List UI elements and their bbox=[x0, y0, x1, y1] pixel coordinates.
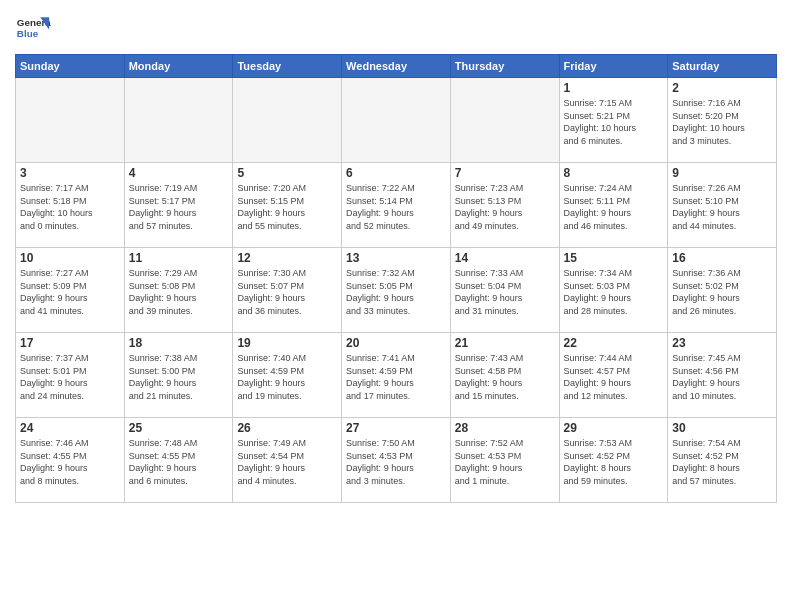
day-number: 21 bbox=[455, 336, 555, 350]
calendar-cell: 3Sunrise: 7:17 AM Sunset: 5:18 PM Daylig… bbox=[16, 163, 125, 248]
calendar-cell: 14Sunrise: 7:33 AM Sunset: 5:04 PM Dayli… bbox=[450, 248, 559, 333]
calendar-cell: 24Sunrise: 7:46 AM Sunset: 4:55 PM Dayli… bbox=[16, 418, 125, 503]
day-number: 8 bbox=[564, 166, 664, 180]
day-number: 24 bbox=[20, 421, 120, 435]
weekday-header: Monday bbox=[124, 55, 233, 78]
calendar-body: 1Sunrise: 7:15 AM Sunset: 5:21 PM Daylig… bbox=[16, 78, 777, 503]
day-info: Sunrise: 7:53 AM Sunset: 4:52 PM Dayligh… bbox=[564, 437, 664, 487]
day-number: 16 bbox=[672, 251, 772, 265]
calendar-cell: 17Sunrise: 7:37 AM Sunset: 5:01 PM Dayli… bbox=[16, 333, 125, 418]
calendar-header: SundayMondayTuesdayWednesdayThursdayFrid… bbox=[16, 55, 777, 78]
day-number: 5 bbox=[237, 166, 337, 180]
day-info: Sunrise: 7:38 AM Sunset: 5:00 PM Dayligh… bbox=[129, 352, 229, 402]
day-number: 9 bbox=[672, 166, 772, 180]
day-info: Sunrise: 7:48 AM Sunset: 4:55 PM Dayligh… bbox=[129, 437, 229, 487]
day-number: 25 bbox=[129, 421, 229, 435]
calendar-table: SundayMondayTuesdayWednesdayThursdayFrid… bbox=[15, 54, 777, 503]
calendar-cell: 10Sunrise: 7:27 AM Sunset: 5:09 PM Dayli… bbox=[16, 248, 125, 333]
day-number: 26 bbox=[237, 421, 337, 435]
day-info: Sunrise: 7:44 AM Sunset: 4:57 PM Dayligh… bbox=[564, 352, 664, 402]
calendar-cell bbox=[124, 78, 233, 163]
day-info: Sunrise: 7:19 AM Sunset: 5:17 PM Dayligh… bbox=[129, 182, 229, 232]
day-info: Sunrise: 7:41 AM Sunset: 4:59 PM Dayligh… bbox=[346, 352, 446, 402]
calendar-cell: 15Sunrise: 7:34 AM Sunset: 5:03 PM Dayli… bbox=[559, 248, 668, 333]
day-info: Sunrise: 7:36 AM Sunset: 5:02 PM Dayligh… bbox=[672, 267, 772, 317]
calendar-week-row: 17Sunrise: 7:37 AM Sunset: 5:01 PM Dayli… bbox=[16, 333, 777, 418]
calendar-cell bbox=[450, 78, 559, 163]
day-info: Sunrise: 7:33 AM Sunset: 5:04 PM Dayligh… bbox=[455, 267, 555, 317]
header: General Blue bbox=[15, 10, 777, 46]
calendar-cell: 27Sunrise: 7:50 AM Sunset: 4:53 PM Dayli… bbox=[342, 418, 451, 503]
day-info: Sunrise: 7:49 AM Sunset: 4:54 PM Dayligh… bbox=[237, 437, 337, 487]
day-number: 11 bbox=[129, 251, 229, 265]
day-info: Sunrise: 7:29 AM Sunset: 5:08 PM Dayligh… bbox=[129, 267, 229, 317]
weekday-header: Thursday bbox=[450, 55, 559, 78]
calendar-week-row: 3Sunrise: 7:17 AM Sunset: 5:18 PM Daylig… bbox=[16, 163, 777, 248]
day-info: Sunrise: 7:26 AM Sunset: 5:10 PM Dayligh… bbox=[672, 182, 772, 232]
day-info: Sunrise: 7:30 AM Sunset: 5:07 PM Dayligh… bbox=[237, 267, 337, 317]
day-number: 13 bbox=[346, 251, 446, 265]
day-number: 14 bbox=[455, 251, 555, 265]
calendar-cell: 28Sunrise: 7:52 AM Sunset: 4:53 PM Dayli… bbox=[450, 418, 559, 503]
calendar-cell: 19Sunrise: 7:40 AM Sunset: 4:59 PM Dayli… bbox=[233, 333, 342, 418]
day-number: 22 bbox=[564, 336, 664, 350]
day-info: Sunrise: 7:50 AM Sunset: 4:53 PM Dayligh… bbox=[346, 437, 446, 487]
day-number: 20 bbox=[346, 336, 446, 350]
calendar-cell: 11Sunrise: 7:29 AM Sunset: 5:08 PM Dayli… bbox=[124, 248, 233, 333]
weekday-header: Wednesday bbox=[342, 55, 451, 78]
day-number: 27 bbox=[346, 421, 446, 435]
day-info: Sunrise: 7:34 AM Sunset: 5:03 PM Dayligh… bbox=[564, 267, 664, 317]
weekday-header-row: SundayMondayTuesdayWednesdayThursdayFrid… bbox=[16, 55, 777, 78]
calendar-cell: 18Sunrise: 7:38 AM Sunset: 5:00 PM Dayli… bbox=[124, 333, 233, 418]
calendar-week-row: 24Sunrise: 7:46 AM Sunset: 4:55 PM Dayli… bbox=[16, 418, 777, 503]
day-number: 29 bbox=[564, 421, 664, 435]
day-number: 2 bbox=[672, 81, 772, 95]
day-info: Sunrise: 7:52 AM Sunset: 4:53 PM Dayligh… bbox=[455, 437, 555, 487]
calendar-cell: 16Sunrise: 7:36 AM Sunset: 5:02 PM Dayli… bbox=[668, 248, 777, 333]
day-info: Sunrise: 7:46 AM Sunset: 4:55 PM Dayligh… bbox=[20, 437, 120, 487]
calendar-cell: 2Sunrise: 7:16 AM Sunset: 5:20 PM Daylig… bbox=[668, 78, 777, 163]
calendar-cell bbox=[233, 78, 342, 163]
calendar-cell: 30Sunrise: 7:54 AM Sunset: 4:52 PM Dayli… bbox=[668, 418, 777, 503]
calendar-cell: 29Sunrise: 7:53 AM Sunset: 4:52 PM Dayli… bbox=[559, 418, 668, 503]
day-info: Sunrise: 7:15 AM Sunset: 5:21 PM Dayligh… bbox=[564, 97, 664, 147]
svg-text:Blue: Blue bbox=[17, 28, 39, 39]
calendar-cell: 26Sunrise: 7:49 AM Sunset: 4:54 PM Dayli… bbox=[233, 418, 342, 503]
day-info: Sunrise: 7:27 AM Sunset: 5:09 PM Dayligh… bbox=[20, 267, 120, 317]
day-info: Sunrise: 7:24 AM Sunset: 5:11 PM Dayligh… bbox=[564, 182, 664, 232]
calendar-cell: 4Sunrise: 7:19 AM Sunset: 5:17 PM Daylig… bbox=[124, 163, 233, 248]
day-number: 1 bbox=[564, 81, 664, 95]
calendar-cell: 23Sunrise: 7:45 AM Sunset: 4:56 PM Dayli… bbox=[668, 333, 777, 418]
day-number: 30 bbox=[672, 421, 772, 435]
calendar-week-row: 10Sunrise: 7:27 AM Sunset: 5:09 PM Dayli… bbox=[16, 248, 777, 333]
calendar-cell: 8Sunrise: 7:24 AM Sunset: 5:11 PM Daylig… bbox=[559, 163, 668, 248]
calendar-cell: 12Sunrise: 7:30 AM Sunset: 5:07 PM Dayli… bbox=[233, 248, 342, 333]
day-number: 15 bbox=[564, 251, 664, 265]
logo: General Blue bbox=[15, 10, 51, 46]
day-number: 10 bbox=[20, 251, 120, 265]
day-info: Sunrise: 7:54 AM Sunset: 4:52 PM Dayligh… bbox=[672, 437, 772, 487]
day-info: Sunrise: 7:37 AM Sunset: 5:01 PM Dayligh… bbox=[20, 352, 120, 402]
calendar-cell: 25Sunrise: 7:48 AM Sunset: 4:55 PM Dayli… bbox=[124, 418, 233, 503]
day-number: 7 bbox=[455, 166, 555, 180]
calendar-cell: 5Sunrise: 7:20 AM Sunset: 5:15 PM Daylig… bbox=[233, 163, 342, 248]
day-info: Sunrise: 7:16 AM Sunset: 5:20 PM Dayligh… bbox=[672, 97, 772, 147]
calendar-cell: 21Sunrise: 7:43 AM Sunset: 4:58 PM Dayli… bbox=[450, 333, 559, 418]
day-number: 28 bbox=[455, 421, 555, 435]
day-number: 3 bbox=[20, 166, 120, 180]
day-info: Sunrise: 7:23 AM Sunset: 5:13 PM Dayligh… bbox=[455, 182, 555, 232]
logo-icon: General Blue bbox=[15, 10, 51, 46]
calendar-cell: 9Sunrise: 7:26 AM Sunset: 5:10 PM Daylig… bbox=[668, 163, 777, 248]
calendar-cell: 13Sunrise: 7:32 AM Sunset: 5:05 PM Dayli… bbox=[342, 248, 451, 333]
day-number: 6 bbox=[346, 166, 446, 180]
day-info: Sunrise: 7:32 AM Sunset: 5:05 PM Dayligh… bbox=[346, 267, 446, 317]
day-number: 19 bbox=[237, 336, 337, 350]
day-number: 4 bbox=[129, 166, 229, 180]
weekday-header: Friday bbox=[559, 55, 668, 78]
day-number: 12 bbox=[237, 251, 337, 265]
calendar-cell bbox=[342, 78, 451, 163]
day-info: Sunrise: 7:22 AM Sunset: 5:14 PM Dayligh… bbox=[346, 182, 446, 232]
day-info: Sunrise: 7:17 AM Sunset: 5:18 PM Dayligh… bbox=[20, 182, 120, 232]
calendar-cell bbox=[16, 78, 125, 163]
calendar-cell: 7Sunrise: 7:23 AM Sunset: 5:13 PM Daylig… bbox=[450, 163, 559, 248]
